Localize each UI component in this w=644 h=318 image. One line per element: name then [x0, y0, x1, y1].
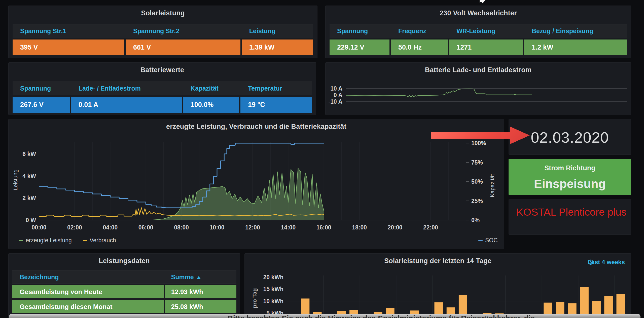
panel-date: 02.03.2020	[509, 119, 631, 155]
battery-table-value-row: 267.6 V0.01 A100.0%19 °C	[13, 97, 312, 113]
stat-value-battery-3: 19 °C	[240, 97, 312, 113]
svg-text:2 kW: 2 kW	[22, 195, 36, 201]
main-chart-legend: erzeugte LeistungVerbrauch	[19, 237, 116, 244]
svg-text:4 kW: 4 kW	[22, 173, 36, 179]
column-header-battery-2[interactable]: Kapazität	[183, 85, 239, 92]
column-header-battery-0[interactable]: Spannung	[13, 85, 70, 92]
legend-label-soc: SOC	[485, 237, 498, 244]
svg-text:-10 A: -10 A	[329, 98, 342, 105]
svg-text:04:00: 04:00	[103, 224, 118, 231]
column-header-solar-1[interactable]: Spannung Str.2	[126, 27, 240, 35]
svg-text:18:00: 18:00	[352, 224, 367, 231]
stat-value-battery-1: 0.01 A	[71, 97, 182, 113]
svg-text:22:00: 22:00	[423, 224, 438, 231]
column-header-solar-0[interactable]: Spannung Str.1	[13, 27, 124, 35]
column-header-inverter-0[interactable]: Spannung	[330, 27, 389, 35]
svg-text:20 kWh: 20 kWh	[263, 274, 283, 281]
battery-table-header-row: SpannungLade- / EntladestromKapazitätTem…	[13, 82, 312, 95]
column-header-inverter-3[interactable]: Bezug / Einspeisung	[524, 27, 627, 35]
panel-title-solarleistung[interactable]: Solarleistung	[9, 9, 317, 17]
panel-title-strom-richtung[interactable]: Strom Richtung	[509, 164, 631, 172]
legend-label: Verbrauch	[90, 237, 116, 244]
strom-richtung-value: Einspeisung	[509, 177, 631, 191]
svg-text:6 kW: 6 kW	[22, 151, 36, 157]
solar-table-header-row: Spannung Str.1Spannung Str.2Leistung	[13, 24, 313, 38]
row-label-1: Gesamtleistung diesen Monat	[12, 300, 164, 313]
panel-title-batteriewerte[interactable]: Batteriewerte	[9, 66, 316, 74]
panel-wechselrichter: 230 Volt Wechselrichter SpannungFrequenz…	[325, 6, 631, 58]
battery-current-chart[interactable]: 10 A0 A-10 A	[325, 62, 631, 115]
row-value-0: 12.93 kWh	[165, 285, 236, 298]
svg-text:0 W: 0 W	[26, 217, 36, 223]
svg-text:0%: 0%	[471, 217, 480, 223]
triangle-up-icon	[196, 276, 201, 279]
row-value-1: 25.08 kWh	[165, 300, 236, 313]
background-window-edge: Bitte beachten Sie auch die Hinweise des…	[9, 314, 640, 318]
table-row: Gesamtleistung von Heute12.93 kWh	[12, 285, 236, 298]
svg-text:75%: 75%	[471, 159, 483, 166]
svg-text:15 kWh: 15 kWh	[263, 286, 283, 292]
panel-title-leistungsdaten[interactable]: Leistungsdaten	[9, 257, 240, 265]
solar-table-value-row: 395 V661 V1.39 kW	[13, 39, 313, 55]
panel-batteriewerte: Batteriewerte SpannungLade- / Entladestr…	[8, 62, 316, 115]
svg-text:10 kWh: 10 kWh	[263, 298, 283, 304]
svg-text:10:00: 10:00	[210, 224, 225, 231]
column-header-inverter-1[interactable]: Frequenz	[391, 27, 448, 35]
device-name-text: KOSTAL Plenticore plus	[516, 203, 627, 221]
background-window-text: Bitte beachten Sie auch die Hinweise des…	[228, 314, 535, 318]
svg-text:0 A: 0 A	[334, 92, 342, 98]
svg-text:25%: 25%	[471, 198, 483, 204]
table-row: Gesamtleistung diesen Monat25.08 kWh	[12, 300, 236, 313]
column-header-solar-2[interactable]: Leistung	[242, 27, 313, 35]
svg-text:10 A: 10 A	[330, 85, 342, 92]
svg-text:00:00: 00:00	[32, 224, 47, 231]
svg-text:02:00: 02:00	[67, 224, 82, 231]
panel-solarleistung: Solarleistung Spannung Str.1Spannung Str…	[8, 6, 317, 58]
svg-text:12:00: 12:00	[245, 224, 260, 231]
panel-strom-richtung: Strom Richtung Einspeisung	[509, 159, 631, 195]
column-header-inverter-2[interactable]: WR-Leistung	[449, 27, 523, 35]
svg-text:06:00: 06:00	[138, 224, 153, 231]
main-chart-y-right-axis-label: Kapazität	[489, 174, 496, 197]
svg-text:16:00: 16:00	[316, 224, 331, 231]
inverter-table-header-row: SpannungFrequenzWR-LeistungBezug / Einsp…	[330, 24, 627, 38]
column-header-battery-1[interactable]: Lade- / Entladestrom	[71, 85, 182, 92]
svg-text:08:00: 08:00	[174, 224, 189, 231]
table-header-summe[interactable]: Summe	[165, 273, 236, 281]
legend-item-0[interactable]: erzeugte Leistung	[19, 237, 72, 244]
bar-chart-y-axis-label: pro Tag	[252, 288, 258, 308]
table-header-bezeichnung[interactable]: Bezeichnung	[12, 273, 164, 281]
stat-value-battery-0: 267.6 V	[13, 97, 70, 113]
stat-value-inverter-0: 229.12 V	[330, 39, 389, 55]
legend-item-1[interactable]: Verbrauch	[83, 237, 116, 244]
main-chart-y-left-axis-label: Leistung	[12, 169, 19, 190]
stat-value-solar-1: 661 V	[126, 39, 240, 55]
panel-device-name: KOSTAL Plenticore plus	[509, 199, 631, 235]
mouse-cursor-icon	[480, 0, 485, 3]
svg-text:50%: 50%	[471, 178, 483, 185]
row-label-0: Gesamtleistung von Heute	[12, 285, 164, 298]
inverter-table-value-row: 229.12 V50.0 Hz12711.2 kW	[330, 39, 627, 55]
current-date-text: 02.03.2020	[509, 129, 631, 146]
column-header-battery-3[interactable]: Temperatur	[240, 85, 312, 92]
main-chart-legend-right: SOC	[478, 237, 498, 244]
soc-legend-color-icon	[478, 240, 483, 241]
legend-label: erzeugte Leistung	[26, 237, 72, 244]
stat-value-inverter-1: 50.0 Hz	[391, 39, 448, 55]
stat-value-solar-0: 395 V	[13, 39, 124, 55]
legend-color-icon	[83, 240, 87, 241]
svg-text:14:00: 14:00	[281, 224, 296, 231]
stat-value-solar-2: 1.39 kW	[242, 39, 313, 55]
svg-text:100%: 100%	[471, 140, 486, 146]
generation-consumption-soc-chart[interactable]: 00:0002:0004:0006:0008:0010:0012:0014:00…	[8, 119, 504, 249]
stat-value-inverter-3: 1.2 kW	[524, 39, 627, 55]
daily-solar-bar-chart[interactable]: 5 kWh10 kWh15 kWh20 kWh	[244, 253, 631, 318]
panel-leistungsdaten: Leistungsdaten Bezeichnung Summe Gesamtl…	[8, 253, 240, 318]
legend-item-soc[interactable]: SOC	[478, 237, 498, 244]
bar-day-25[interactable]	[580, 287, 589, 318]
svg-text:20:00: 20:00	[388, 224, 403, 231]
stat-value-battery-2: 100.0%	[183, 97, 239, 113]
stat-value-inverter-2: 1271	[449, 39, 523, 55]
panel-title-wechselrichter[interactable]: 230 Volt Wechselrichter	[326, 9, 631, 17]
legend-color-icon	[19, 240, 23, 241]
